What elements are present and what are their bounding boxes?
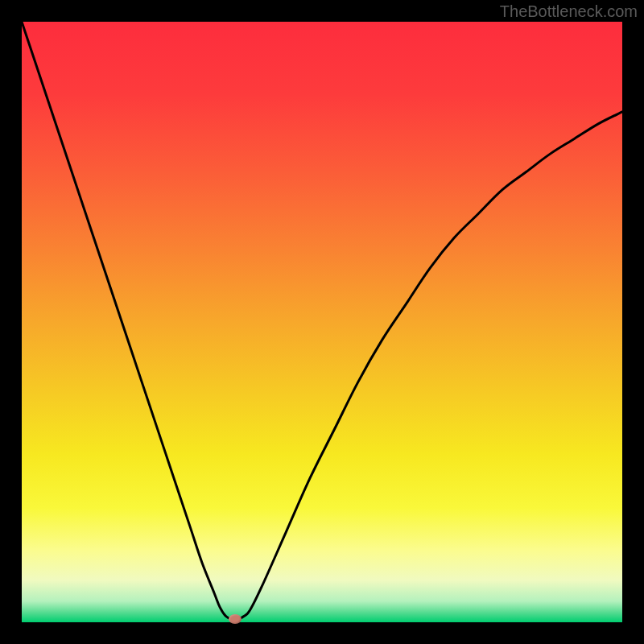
bottleneck-curve	[22, 22, 622, 620]
minimum-marker	[229, 614, 242, 624]
curve-layer	[22, 22, 622, 622]
plot-area	[22, 22, 622, 622]
watermark: TheBottleneck.com	[500, 2, 638, 21]
